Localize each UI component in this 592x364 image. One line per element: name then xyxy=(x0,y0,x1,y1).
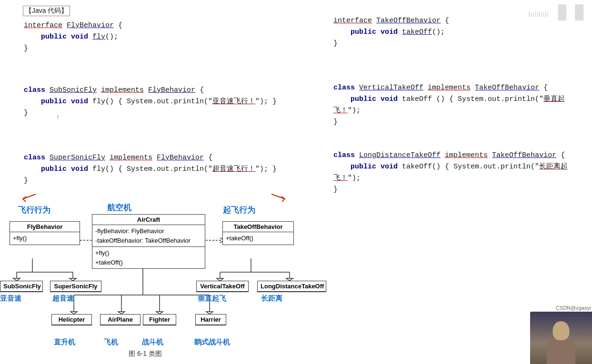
uml-verticaltakeoff-title: VerticalTakeOff xyxy=(197,281,248,292)
uml-supersonicfly-box: SuperSonicFly xyxy=(50,281,101,292)
uml-aircraft-fields: -flyBehavior: FlyBehavior -takeOffBehavi… xyxy=(92,225,205,247)
main-content: 【Java 代码】 interface FlyBehavior { public… xyxy=(0,0,592,364)
uml-helicopter-title: Helicpter xyxy=(52,315,91,325)
subsonic-fly-class: class SubSonicFly implements FlyBehavior… xyxy=(24,85,277,119)
annotation-helicopter: 直升机 xyxy=(54,338,75,347)
uml-longdistancetakeoff-box: LongDistanceTakeOff xyxy=(257,281,326,292)
annotation-long: 长距离 xyxy=(261,294,282,303)
uml-aircraft-methods: +fly() +takeOff() xyxy=(92,247,205,268)
uml-subsonicfly-title: SubSonicFly xyxy=(0,281,42,292)
supersonic-fly-class: class SuperSonicFly implements FlyBehavi… xyxy=(24,152,277,187)
bilibili-watermark: bilibili ▐▌▐▌ xyxy=(529,5,587,20)
uml-fly-behavior-box: FlyBehavior +fly() xyxy=(10,221,80,245)
annotation-fighter: 战斗机 xyxy=(142,338,163,347)
uml-aircraft-box: AirCraft -flyBehavior: FlyBehavior -take… xyxy=(92,214,205,269)
fly-behavior-interface: interface FlyBehavior { public void fly(… xyxy=(24,20,122,54)
uml-longdistancetakeoff-title: LongDistanceTakeOff xyxy=(258,281,326,292)
annotation-supersonic: 超音速 xyxy=(52,294,74,303)
uml-fly-behavior-methods: +fly() xyxy=(10,232,80,245)
annotation-harrier: 鹞式战斗机 xyxy=(194,338,230,347)
annotation-subsonic: 亚音速 xyxy=(0,294,21,303)
uml-takeoff-behavior-methods: +takeOff() xyxy=(223,232,293,245)
uml-verticaltakeoff-box: VerticalTakeOff xyxy=(196,281,249,292)
long-distance-takeoff-class: class LongDistanceTakeOff implements Tak… xyxy=(333,150,592,196)
camera-preview xyxy=(530,312,592,364)
annotation-vertical: 垂直起飞 xyxy=(198,294,226,303)
uml-fly-behavior-title: FlyBehavior xyxy=(10,222,80,232)
uml-fighter-title: Fighter xyxy=(143,315,176,325)
annotation-aircraft: 航空机 xyxy=(107,202,131,213)
uml-subsonicfly-box: SubSonicFly xyxy=(0,281,43,292)
uml-takeoff-behavior-title: TakeOffBehavior xyxy=(223,222,293,232)
cursor-annotation: ↑ xyxy=(56,113,60,120)
uml-aircraft-title: AirCraft xyxy=(92,215,205,225)
uml-harrier-title: Harrier xyxy=(196,315,226,325)
uml-airplane-title: AirPlane xyxy=(100,315,140,325)
uml-harrier-box: Harrier xyxy=(195,314,226,325)
uml-helicopter-box: Helicpter xyxy=(51,314,92,325)
annotation-takeoff: 起飞行为 xyxy=(223,205,255,216)
figure-label: 图 6-1 类图 xyxy=(129,350,162,358)
vertical-takeoff-class: class VerticalTakeOff implements TakeOff… xyxy=(333,82,592,128)
uml-fighter-box: Fighter xyxy=(143,314,176,325)
uml-supersonicfly-title: SuperSonicFly xyxy=(50,281,101,292)
takeoff-behavior-interface: interface TakeOffBehavior { public void … xyxy=(333,15,449,49)
annotation-fly-behavior: 飞行行为 xyxy=(18,205,50,216)
uml-airplane-box: AirPlane xyxy=(100,314,140,325)
annotation-airplane: 飞机 xyxy=(104,338,118,347)
java-code-label: 【Java 代码】 xyxy=(23,6,70,16)
csdn-label: CSDN@zgaoyi xyxy=(556,305,591,311)
camera-person xyxy=(530,312,592,364)
uml-takeoff-behavior-box: TakeOffBehavior +takeOff() xyxy=(222,221,294,245)
